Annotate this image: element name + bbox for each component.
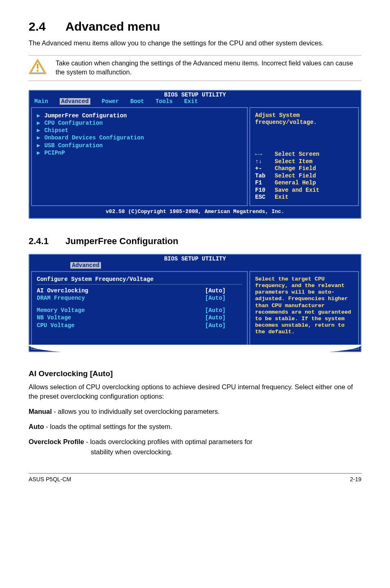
bios-menubar: Main Advanced Power Boot Tools Exit [29,98,361,105]
bios-section-header: Configure System Frequency/Voltage [37,276,242,285]
footer-right: 2-19 [350,476,361,483]
bios-panel-jumperfree: BIOS SETUP UTILITY Advanced Configure Sy… [29,254,361,352]
tab-tools[interactable]: Tools [155,98,173,105]
row-cpu-voltage[interactable]: CPU Voltage[Auto] [37,322,242,329]
bios-help-pane: Select the target CPU frequency, and the… [249,271,359,350]
page-footer: ASUS P5QL-CM 2-19 [29,473,361,483]
tab-advanced[interactable]: Advanced [70,262,101,269]
chevron-right-icon: ▶ [37,149,40,157]
option-manual: Manual - allows you to individually set … [29,407,361,416]
bios-settings: Configure System Frequency/Voltage AI Ov… [31,271,248,350]
bios-title: BIOS SETUP UTILITY [29,255,361,262]
section-number: 2.4 [29,20,65,34]
subsection-heading: 2.4.1JumperFree Configuration [29,236,361,247]
option-overclock-profile-cont: stability when overclocking. [29,447,361,457]
caution-icon [29,59,47,74]
tab-power[interactable]: Power [102,98,119,105]
row-ai-overclocking[interactable]: AI Overclocking[Auto] [37,287,242,294]
bios-help-desc: Select the target CPU frequency, and the… [255,276,353,336]
svg-rect-2 [37,64,38,69]
row-dram-frequency[interactable]: DRAM Frequency[Auto] [37,294,242,302]
option-overclock-profile: Overclock Profile - loads overclocking p… [29,437,361,447]
menu-item-jumperfree[interactable]: ▶JumperFree Configuration [37,112,242,119]
caution-callout: Take caution when changing the settings … [29,55,361,81]
bios-help-desc: Adjust System frequency/voltage. [255,112,353,126]
menu-item-chipset[interactable]: ▶Chipset [37,127,242,134]
bios-title: BIOS SETUP UTILITY [29,91,361,98]
chevron-right-icon: ▶ [37,142,40,149]
section-heading: 2.4Advanced menu [29,20,361,34]
chevron-right-icon: ▶ [37,134,40,141]
chevron-right-icon: ▶ [37,127,40,134]
subsection-number: 2.4.1 [29,236,65,247]
menu-item-usb-config[interactable]: ▶USB Configuration [37,142,242,149]
option-auto: Auto - loads the optimal settings for th… [29,422,361,431]
bios-nav-help: ←→Select Screen ↑↓Select Item +-Change F… [255,151,353,201]
menu-item-onboard-devices[interactable]: ▶Onboard Devices Configuration [37,134,242,141]
bios-menubar-single: Advanced [29,262,361,269]
subsection-title-text: JumperFree Configuration [65,236,178,246]
chevron-right-icon: ▶ [37,119,40,127]
footer-left: ASUS P5QL-CM [29,476,71,483]
bios-menu: ▶JumperFree Configuration ▶CPU Configura… [31,107,248,206]
section-title-text: Advanced menu [65,20,160,33]
caution-text: Take caution when changing the settings … [56,59,361,77]
tab-exit[interactable]: Exit [184,98,198,105]
item-heading-ai-overclocking: AI Overclocking [Auto] [29,369,361,378]
chevron-right-icon: ▶ [37,112,40,119]
bios-help-pane: Adjust System frequency/voltage. ←→Selec… [249,107,359,206]
menu-item-cpu-config[interactable]: ▶CPU Configuration [37,119,242,127]
menu-item-pcipnp[interactable]: ▶PCIPnP [37,149,242,157]
svg-point-3 [37,70,39,72]
tab-advanced[interactable]: Advanced [60,98,90,105]
row-memory-voltage[interactable]: Memory Voltage[Auto] [37,307,242,314]
tab-main[interactable]: Main [34,98,48,105]
tab-boot[interactable]: Boot [130,98,144,105]
bios-footer: v02.58 (C)Copyright 1985-2008, American … [31,208,359,216]
item-paragraph: Allows selection of CPU overclocking opt… [29,382,361,401]
bios-panel-advanced: BIOS SETUP UTILITY Main Advanced Power B… [29,90,361,219]
section-intro: The Advanced menu items allow you to cha… [29,38,361,48]
row-nb-voltage[interactable]: NB Voltage[Auto] [37,314,242,321]
